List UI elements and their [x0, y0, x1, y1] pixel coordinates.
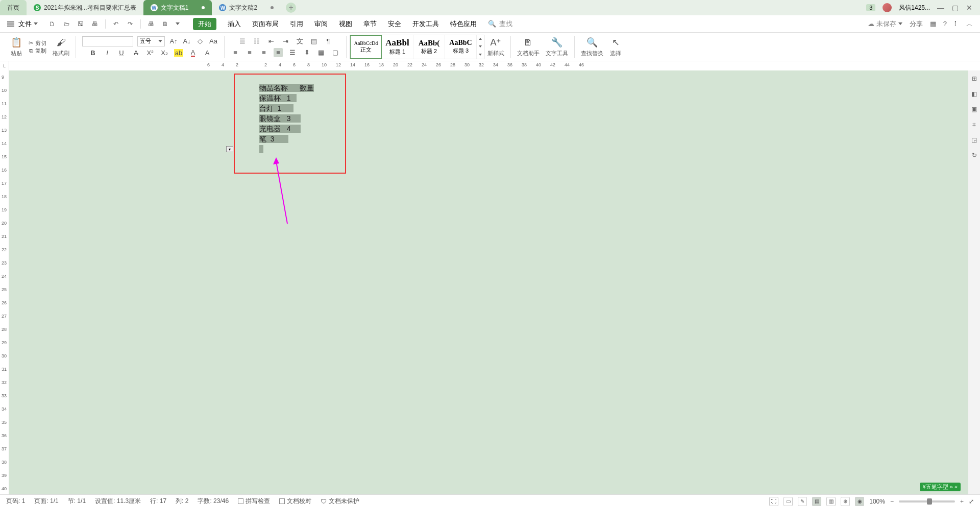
print-icon[interactable]: 🖶	[147, 20, 155, 28]
open-icon[interactable]: 🗁	[62, 20, 70, 28]
zoom-out-button[interactable]: −	[890, 498, 894, 505]
font-name-input[interactable]	[82, 36, 133, 46]
style-h3[interactable]: AaBbC标题 3	[445, 35, 477, 59]
highlight-button[interactable]: A	[203, 49, 212, 58]
status-row[interactable]: 行: 17	[150, 497, 166, 506]
align-left-button[interactable]: ≡	[231, 48, 240, 57]
search-box[interactable]: 🔍 查找	[488, 19, 512, 29]
subscript-button[interactable]: X₂	[160, 49, 169, 58]
superscript-button[interactable]: X²	[145, 49, 155, 58]
notification-badge[interactable]: 3	[866, 4, 875, 11]
redo-icon[interactable]: ↷	[126, 20, 134, 28]
numbering-button[interactable]: ☷	[252, 37, 261, 46]
style-h1[interactable]: AaBbl标题 1	[382, 35, 413, 59]
print-dropdown-icon[interactable]: 🖶	[91, 20, 99, 28]
zoom-slider[interactable]	[899, 500, 955, 503]
new-style-button[interactable]: A⁺新样式	[487, 36, 504, 57]
calendar-icon[interactable]: ▦	[930, 20, 936, 28]
cut-button[interactable]: ✂剪切	[29, 39, 46, 47]
grow-font-icon[interactable]: A↑	[169, 37, 178, 46]
panel-backup-icon[interactable]: ↻	[970, 151, 978, 159]
tab-doc-3[interactable]: W 文字文稿2	[212, 0, 281, 15]
align-justify-button[interactable]: ≡	[274, 48, 283, 57]
qat-more-icon[interactable]	[176, 22, 180, 25]
status-proof[interactable]: 文档校对	[279, 497, 311, 506]
document-canvas[interactable]: 物品名称 数量 保温杯 1 台灯 1 眼镜盒 3 充电器 4 笔 3 ▾ ¥五笔…	[9, 70, 980, 494]
tab-view[interactable]: 视图	[339, 19, 352, 29]
style-scroll[interactable]	[477, 35, 484, 59]
tab-home[interactable]: 首页	[0, 0, 27, 15]
paste-button[interactable]: 📋粘贴	[10, 36, 22, 57]
ime-indicator[interactable]: ¥五笔字型 » «	[920, 483, 961, 491]
tab-ref[interactable]: 引用	[290, 19, 303, 29]
view-outline-icon[interactable]: ▥	[826, 497, 836, 506]
collapse-ribbon-icon[interactable]: ︿	[966, 19, 973, 29]
shading-button[interactable]: ▦	[316, 48, 326, 57]
share-button[interactable]: 分享	[910, 19, 923, 29]
view-web-icon[interactable]: ⊕	[841, 497, 850, 506]
tab-start[interactable]: 开始	[193, 18, 216, 30]
vertical-ruler[interactable]: 9101112131415161718192021222324252627282…	[0, 70, 9, 494]
save-icon[interactable]: 🖫	[77, 20, 85, 28]
tab-insert[interactable]: 插入	[228, 19, 241, 29]
view-read-icon[interactable]: ▭	[783, 497, 793, 506]
indent-inc-button[interactable]: ⇥	[281, 37, 290, 46]
maximize-button[interactable]: ▢	[951, 4, 959, 11]
panel-limit-icon[interactable]: ⌗	[970, 121, 978, 129]
bold-button[interactable]: B	[88, 49, 97, 58]
new-doc-icon[interactable]: 🗋	[48, 20, 56, 28]
font-color-button[interactable]: A	[188, 49, 198, 58]
panel-style-icon[interactable]: ◧	[970, 90, 978, 98]
unsaved-indicator[interactable]: ☁未保存	[868, 19, 902, 29]
user-name[interactable]: 风信1425...	[899, 4, 930, 12]
find-replace-button[interactable]: 🔍查找替换	[581, 36, 603, 57]
sort-button[interactable]: ▤	[309, 37, 318, 46]
preview-icon[interactable]: 🗎	[161, 20, 169, 28]
strike-button[interactable]: A̶	[131, 49, 140, 58]
minimize-button[interactable]: —	[937, 4, 944, 11]
add-tab-button[interactable]: +	[286, 3, 296, 13]
view-eye-icon[interactable]: ◉	[855, 497, 864, 506]
style-h2[interactable]: AaBb(标题 2	[413, 35, 445, 59]
help-icon[interactable]: ?	[943, 20, 947, 28]
close-button[interactable]: ✕	[966, 4, 973, 11]
text-tool-button[interactable]: 🔧文字工具	[546, 36, 568, 57]
change-case-icon[interactable]: Aa	[209, 37, 218, 46]
status-protect[interactable]: 🛡文档未保护	[321, 497, 359, 506]
user-avatar-icon[interactable]	[883, 3, 892, 12]
phonetic-button[interactable]: ab	[174, 49, 183, 58]
borders-button[interactable]: ▢	[331, 48, 340, 57]
panel-attr-icon[interactable]: ◲	[970, 136, 978, 144]
status-page[interactable]: 页面: 1/1	[34, 497, 58, 506]
align-right-button[interactable]: ≡	[259, 48, 268, 57]
more-icon[interactable]: ⠇	[954, 20, 959, 28]
format-painter-button[interactable]: 🖌格式刷	[53, 36, 69, 57]
file-menu[interactable]: 文件	[18, 19, 38, 29]
tab-review[interactable]: 审阅	[314, 19, 328, 29]
clear-format-icon[interactable]: ◇	[195, 37, 205, 46]
bullets-button[interactable]: ☰	[238, 37, 247, 46]
indent-dec-button[interactable]: ⇤	[266, 37, 276, 46]
tab-layout[interactable]: 页面布局	[252, 19, 279, 29]
horizontal-ruler[interactable]: L 64224681012141618202224262830323436384…	[0, 61, 980, 70]
status-col[interactable]: 列: 2	[176, 497, 188, 506]
italic-button[interactable]: I	[103, 49, 112, 58]
document-text[interactable]: 物品名称 数量 保温杯 1 台灯 1 眼镜盒 3 充电器 4 笔 3	[259, 83, 314, 154]
hamburger-icon[interactable]	[7, 21, 14, 27]
align-center-button[interactable]: ≡	[245, 48, 254, 57]
status-words[interactable]: 字数: 23/46	[198, 497, 229, 506]
status-pos[interactable]: 设置值: 11.3厘米	[95, 497, 141, 506]
tab-chapter[interactable]: 章节	[363, 19, 377, 29]
distribute-button[interactable]: ☰	[288, 48, 297, 57]
select-button[interactable]: ↖选择	[609, 36, 622, 57]
doc-assist-button[interactable]: 🗎文档助手	[517, 36, 540, 57]
zoom-value[interactable]: 100%	[869, 498, 885, 505]
tab-doc-1[interactable]: S 2021年拟来湘...考科目要求汇总表	[27, 0, 143, 15]
paste-options-icon[interactable]: ▾	[226, 146, 233, 152]
fit-page-icon[interactable]: ⤢	[969, 498, 974, 505]
status-spell[interactable]: 拼写检查	[238, 497, 270, 506]
tab-dev[interactable]: 开发工具	[412, 19, 439, 29]
tab-doc-2-active[interactable]: W 文字文稿1	[143, 0, 212, 15]
status-page-no[interactable]: 页码: 1	[6, 497, 25, 506]
style-body[interactable]: AaBbCcDd正文	[350, 35, 382, 59]
